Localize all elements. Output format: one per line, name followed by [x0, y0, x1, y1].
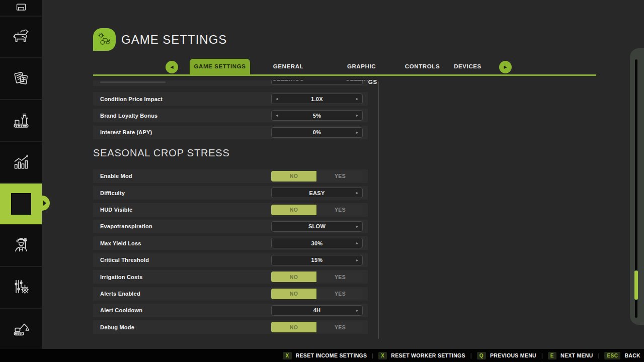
stepper-increase-arrow-icon[interactable]: ▸: [356, 111, 358, 120]
setting-row-alert-cooldown: Alert Cooldown4H▸: [93, 304, 368, 317]
toggle-option-yes[interactable]: YES: [317, 272, 363, 282]
stepper-increase-arrow-icon[interactable]: ▸: [356, 188, 358, 198]
stepper-interest-rate-apy[interactable]: 0%▸: [271, 127, 363, 138]
setting-label: Difficulty: [100, 190, 125, 196]
stepper-value: 1.0X: [311, 96, 323, 102]
stepper-value: 15%: [311, 257, 323, 263]
tab-general-settings[interactable]: GENERAL SETTINGS: [258, 59, 318, 74]
toggle-option-no[interactable]: NO: [271, 205, 316, 215]
toggle-enable-mod[interactable]: NOYES: [271, 171, 363, 182]
footer-action-label: PREVIOUS MENU: [490, 352, 536, 358]
settings-list: Condition Price Impact◂1.0X▸Brand Loyalt…: [93, 80, 368, 337]
chart-icon: [11, 151, 31, 173]
footer-action-next-menu[interactable]: ENEXT MENU: [548, 352, 593, 359]
toggle-option-yes[interactable]: YES: [317, 322, 363, 332]
sidebar-item-contracts[interactable]: [0, 58, 42, 99]
section-title-seasonal-crop-stress: SEASONAL CROP STRESS: [93, 143, 368, 163]
toggle-alerts-enabled[interactable]: NOYES: [271, 289, 363, 299]
setting-row-condition-price-impact: Condition Price Impact◂1.0X▸: [93, 92, 368, 106]
footer-action-reset-worker-settings[interactable]: XRESET WORKER SETTINGS: [378, 352, 465, 359]
stepper-increase-arrow-icon[interactable]: ▸: [356, 222, 358, 231]
arrow-left-icon: ◀: [170, 65, 173, 69]
sidebar-item-statistics[interactable]: [0, 142, 42, 183]
scrollbar-thumb[interactable]: [634, 270, 638, 300]
toggle-option-yes[interactable]: YES: [317, 289, 363, 299]
page-scrollbar: [630, 48, 644, 325]
stepper-critical-threshold[interactable]: 15%▸: [271, 255, 363, 265]
tab-graphic-settings[interactable]: GRAPHIC SETTINGS: [331, 59, 392, 74]
tab-game-settings[interactable]: GAME SETTINGS: [190, 59, 250, 74]
stepper-value: 5%: [313, 113, 321, 119]
toggle-irrigation-costs[interactable]: NOYES: [271, 272, 363, 282]
stepper-decrease-arrow-icon[interactable]: ◂: [276, 94, 278, 104]
stepper-max-yield-loss[interactable]: 30%▸: [271, 238, 363, 248]
stepper-increase-arrow-icon[interactable]: ▸: [356, 94, 358, 104]
setting-label: Condition Price Impact: [100, 96, 163, 102]
toggle-option-no[interactable]: NO: [271, 171, 316, 182]
clipped-label: [100, 81, 166, 83]
stepper-increase-arrow-icon[interactable]: ▸: [356, 128, 358, 137]
sidebar-item-tuning[interactable]: [0, 267, 42, 308]
toggle-option-no[interactable]: NO: [271, 322, 316, 332]
setting-label: Max Yield Loss: [100, 240, 141, 246]
setting-row-clipped: [93, 80, 368, 86]
footer-divider: |: [470, 352, 472, 358]
footer-action-label: BACK: [624, 352, 640, 358]
footer-action-label: NEXT MENU: [560, 352, 593, 358]
stepper-decrease-arrow-icon[interactable]: ◂: [276, 111, 278, 120]
stepper-increase-arrow-icon[interactable]: ▸: [356, 255, 358, 265]
footer-divider: |: [541, 352, 543, 358]
toggle-option-no[interactable]: NO: [271, 272, 316, 282]
stepper-condition-price-impact[interactable]: ◂1.0X▸: [271, 94, 363, 104]
sidebar-item-construction[interactable]: [0, 309, 42, 349]
footer-divider: |: [598, 352, 600, 358]
toggle-option-yes[interactable]: YES: [317, 171, 363, 182]
setting-label: Alerts Enabled: [100, 291, 140, 297]
cow-icon: [11, 26, 31, 48]
tabs-prev-button[interactable]: ◀: [166, 61, 178, 73]
game-settings-icon: [93, 28, 116, 51]
key-hint-x: X: [283, 352, 291, 359]
toggle-option-no[interactable]: NO: [271, 289, 316, 299]
stepper-brand-loyalty-bonus[interactable]: ◂5%▸: [271, 110, 363, 121]
setting-row-difficulty: DifficultyEASY▸: [93, 186, 368, 200]
setting-row-brand-loyalty-bonus: Brand Loyalty Bonus◂5%▸: [93, 109, 368, 122]
setting-row-debug-mode: Debug ModeNOYES: [93, 320, 368, 334]
tabbar-underline: [93, 74, 596, 76]
tab-devices[interactable]: DEVICES: [447, 59, 488, 74]
footer-action-reset-income-settings[interactable]: XRESET INCOME SETTINGS: [283, 352, 367, 359]
key-hint-e: E: [548, 352, 556, 359]
sidebar: [0, 0, 42, 349]
setting-row-hud-visible: HUD VisibleNOYES: [93, 203, 368, 217]
stepper-evapotranspiration[interactable]: SLOW▸: [271, 221, 363, 232]
sidebar-item-garage[interactable]: [0, 0, 42, 16]
footer-action-previous-menu[interactable]: QPREVIOUS MENU: [477, 352, 536, 359]
setting-label: Alert Cooldown: [100, 307, 142, 313]
stepper-difficulty[interactable]: EASY▸: [271, 188, 363, 198]
sidebar-item-farmer[interactable]: [0, 225, 42, 266]
tab-controls[interactable]: CONTROLS: [402, 59, 443, 74]
stepper-value: 4H: [313, 307, 321, 313]
setting-label: Debug Mode: [100, 324, 134, 330]
list-scrollbar-track: [378, 81, 379, 339]
sidebar-item-animals[interactable]: [0, 17, 42, 57]
arrow-right-icon: ▶: [504, 65, 507, 69]
setting-row-alerts-enabled: Alerts EnabledNOYES: [93, 287, 368, 301]
tabs-next-button[interactable]: ▶: [499, 61, 512, 73]
footer-action-back[interactable]: ESCBACK: [604, 352, 640, 359]
toggle-hud-visible[interactable]: NOYES: [271, 205, 363, 215]
footer-bar: XRESET INCOME SETTINGS|XRESET WORKER SET…: [0, 349, 644, 362]
setting-label: Interest Rate (APY): [100, 129, 152, 135]
sidebar-item-production[interactable]: [0, 100, 42, 141]
page-title: GAME SETTINGS: [121, 33, 227, 47]
stepper-increase-arrow-icon[interactable]: ▸: [356, 306, 358, 315]
farmer-icon: [11, 235, 31, 257]
toggle-debug-mode[interactable]: NOYES: [271, 322, 363, 332]
stepper-increase-arrow-icon[interactable]: ▸: [356, 238, 358, 248]
stepper-value: 30%: [311, 240, 323, 246]
mod-icon: [11, 193, 31, 215]
stepper-alert-cooldown[interactable]: 4H▸: [271, 305, 363, 316]
key-hint-x: X: [378, 352, 387, 359]
clipped-stepper: [271, 80, 363, 85]
toggle-option-yes[interactable]: YES: [317, 205, 363, 215]
